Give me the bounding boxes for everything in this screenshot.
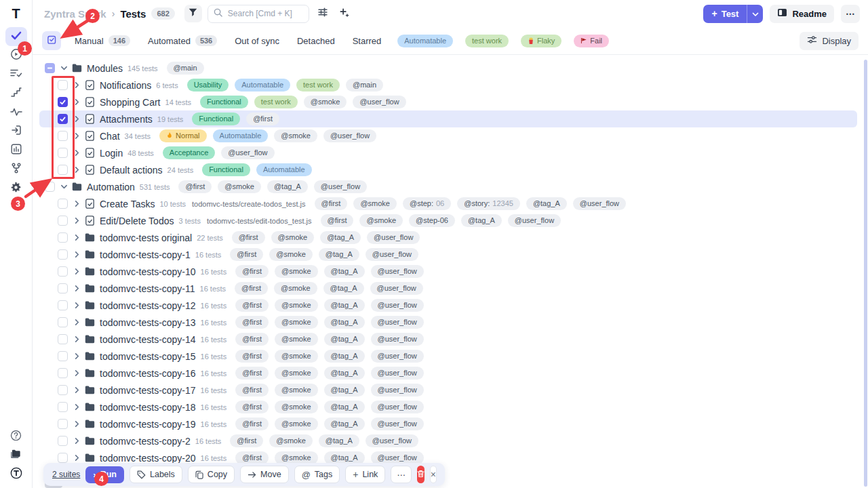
chevron-right-icon[interactable] <box>72 234 81 241</box>
row-badge[interactable]: @user_flow <box>573 197 626 210</box>
chevron-right-icon[interactable] <box>72 98 81 106</box>
sidebar-item-check[interactable] <box>5 27 27 46</box>
row-badge[interactable]: @tag_A <box>324 316 365 329</box>
suite-name[interactable]: todomvc-tests-copy-13 <box>100 317 196 328</box>
row-badge[interactable]: @first <box>246 113 279 125</box>
suite-name[interactable]: Edit/Delete Todos <box>100 216 174 226</box>
filter-detached[interactable]: Detached <box>297 36 335 46</box>
row-badge[interactable]: @first <box>230 434 263 447</box>
tree-row[interactable]: todomvc-tests-copy-1216 tests@first@smok… <box>39 297 857 314</box>
filter-starred[interactable]: Starred <box>353 36 382 46</box>
row-badge[interactable]: @smoke <box>271 231 315 244</box>
row-badge[interactable]: @tag_A <box>324 299 365 312</box>
tree-row[interactable]: todomvc-tests-copy-1116 tests@first@smok… <box>39 280 857 297</box>
row-badge[interactable]: Automatable <box>235 79 290 92</box>
row-badge[interactable]: @smoke <box>275 316 318 329</box>
tree-row[interactable]: Create Tasks10 teststodomvc-tests/create… <box>39 195 857 212</box>
row-badge[interactable]: @user_flow <box>371 316 424 329</box>
suite-name[interactable]: Login <box>100 148 123 159</box>
row-checkbox[interactable] <box>45 63 55 73</box>
row-badge[interactable]: Normal <box>159 129 206 142</box>
row-checkbox[interactable] <box>58 419 68 429</box>
filter-pill-test-work[interactable]: test work <box>465 35 509 47</box>
tree-row[interactable]: todomvc-tests-copy-216 tests@first@smoke… <box>39 432 857 449</box>
more-actions-button[interactable]: ⋯ <box>841 5 860 23</box>
row-badge[interactable]: test work <box>254 96 298 108</box>
row-badge[interactable]: @smoke <box>275 418 318 430</box>
suite-name[interactable]: todomvc-tests-copy-20 <box>100 453 196 464</box>
row-badge[interactable]: @tag_A <box>461 214 502 227</box>
suite-name[interactable]: Shopping Cart <box>100 97 161 108</box>
row-badge[interactable]: @tag_A <box>319 434 359 447</box>
row-badge[interactable]: @first <box>230 248 263 261</box>
chevron-right-icon[interactable] <box>72 352 81 360</box>
chevron-right-icon[interactable] <box>72 302 81 309</box>
chevron-right-icon[interactable] <box>72 403 81 411</box>
vertical-scrollbar[interactable] <box>864 60 867 487</box>
sidebar-item-play-circle[interactable] <box>5 46 27 65</box>
sidebar-item-logo-circle[interactable] <box>5 465 27 484</box>
tree-row[interactable]: todomvc-tests-copy-1616 tests@first@smok… <box>39 365 857 382</box>
row-badge[interactable]: @user_flow <box>314 180 367 193</box>
row-checkbox[interactable] <box>58 283 68 293</box>
row-badge[interactable]: @main <box>167 62 204 75</box>
suite-name[interactable]: todomvc-tests-copy-15 <box>100 351 196 362</box>
tree-row[interactable]: Default actions24 testsFunctionalAutomat… <box>39 161 857 178</box>
suite-name[interactable]: todomvc-tests-copy-14 <box>100 334 196 345</box>
row-checkbox[interactable] <box>58 165 68 175</box>
row-checkbox[interactable] <box>58 436 68 446</box>
tags-button[interactable]: @Tags <box>294 466 340 483</box>
new-test-button[interactable]: + Test <box>703 5 747 23</box>
row-badge[interactable]: Functional <box>192 113 240 125</box>
readme-button[interactable]: Readme <box>770 5 834 23</box>
row-badge[interactable]: @first <box>235 401 269 413</box>
sidebar-item-branch[interactable] <box>5 160 27 179</box>
suite-name[interactable]: todomvc-tests original <box>100 232 192 243</box>
row-badge[interactable]: @user_flow <box>353 96 406 108</box>
tune-filters-button[interactable] <box>315 5 331 22</box>
row-badge[interactable]: @smoke <box>274 129 317 142</box>
labels-button[interactable]: Labels <box>130 466 182 483</box>
row-badge[interactable]: @first <box>321 214 354 227</box>
row-badge[interactable]: Automatable <box>213 129 269 142</box>
row-badge[interactable]: @tag_A <box>267 180 308 193</box>
sidebar-item-projects[interactable] <box>5 446 27 465</box>
row-badge[interactable]: @smoke <box>218 180 261 193</box>
row-badge[interactable]: @smoke <box>274 282 317 295</box>
tree-row[interactable]: todomvc-tests original22 tests@first@smo… <box>39 229 857 246</box>
sidebar-item-list-check[interactable] <box>5 65 27 84</box>
suite-name[interactable]: todomvc-tests-copy-12 <box>100 300 196 311</box>
new-test-dropdown[interactable] <box>747 5 763 23</box>
row-badge[interactable]: Usability <box>187 79 229 92</box>
row-badge[interactable]: @user_flow <box>371 418 424 430</box>
row-badge[interactable]: @smoke <box>275 299 318 312</box>
row-checkbox[interactable] <box>58 232 68 243</box>
row-badge[interactable]: @smoke <box>269 248 313 261</box>
chevron-right-icon[interactable] <box>72 268 81 275</box>
sidebar-item-help[interactable] <box>5 427 27 446</box>
tree-row[interactable]: todomvc-tests-copy-1816 tests@first@smok… <box>39 399 857 415</box>
tree-row[interactable]: Shopping Cart14 testsFunctionaltest work… <box>39 94 857 110</box>
row-badge[interactable]: @first <box>232 231 265 244</box>
bulk-more-button[interactable]: ⋯ <box>391 466 412 483</box>
row-badge[interactable]: @smoke <box>359 214 403 227</box>
suite-name[interactable]: Automation <box>87 182 135 192</box>
suite-name[interactable]: Notifications <box>100 80 151 91</box>
suite-name[interactable]: Default actions <box>100 165 163 176</box>
row-badge[interactable]: @first <box>235 299 269 312</box>
tree-row[interactable]: Attachments19 testsFunctional@first <box>39 110 857 127</box>
chevron-right-icon[interactable] <box>72 81 81 89</box>
row-badge[interactable]: @user_flow <box>508 214 561 227</box>
tree-row[interactable]: Edit/Delete Todos3 teststodomvc-tests/ed… <box>39 212 857 229</box>
tree-row[interactable]: todomvc-tests-copy-1316 tests@first@smok… <box>39 314 857 331</box>
tree-row[interactable]: Modules145 tests@main <box>39 60 857 77</box>
row-badge[interactable]: @first <box>315 197 348 210</box>
suite-name[interactable]: todomvc-tests-copy-11 <box>100 283 195 294</box>
row-badge[interactable]: @smoke <box>353 197 397 210</box>
row-checkbox[interactable] <box>58 300 68 310</box>
search-input[interactable] <box>226 8 301 19</box>
row-badge[interactable]: @main <box>346 79 383 92</box>
bulk-select-mode-button[interactable] <box>42 31 61 50</box>
suite-name[interactable]: Attachments <box>100 114 153 125</box>
row-badge[interactable]: @tag_A <box>526 197 567 210</box>
